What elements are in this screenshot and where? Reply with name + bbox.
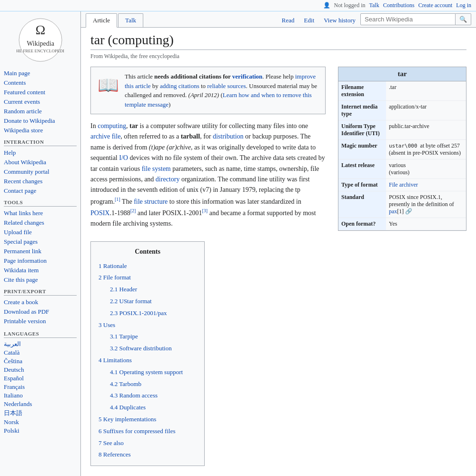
toc-item-4-2: 4.2 Tarbomb (99, 378, 197, 390)
toc-link-suffixes[interactable]: 6 Suffixes for compressed files (99, 427, 176, 435)
tab-read[interactable]: Read (277, 14, 299, 27)
toc-link-rationale[interactable]: 1 Rationale (99, 262, 127, 269)
reliable-sources-link[interactable]: reliable sources (207, 82, 246, 89)
create-account-link[interactable]: Create account (418, 2, 453, 9)
toc-link-software-dist[interactable]: 3.2 Software distribution (110, 345, 172, 352)
infobox-label-open: Open format? (338, 218, 386, 230)
toc-item-4-3: 4.3 Random access (99, 390, 197, 402)
sidebar-item-community[interactable]: Community portal (4, 167, 77, 177)
toc-link-random-access[interactable]: 4.3 Random access (110, 392, 158, 399)
toc-link-tarpipe[interactable]: 3.1 Tarpipe (110, 333, 138, 340)
ref2[interactable]: [2] (130, 208, 136, 213)
sidebar-item-contact[interactable]: Contact page (4, 186, 77, 196)
sidebar-item-download-pdf[interactable]: Download as PDF (4, 307, 77, 317)
posix-link[interactable]: POSIX (90, 209, 109, 216)
infobox-row-standard: Standard POSIX since POSIX.1, presently … (338, 191, 466, 218)
sidebar-item-special-pages[interactable]: Special pages (4, 237, 77, 247)
sidebar-item-recent-changes[interactable]: Recent changes (4, 177, 77, 186)
pax-link[interactable]: pax (389, 208, 397, 215)
article-intro: In computing, tar is a computer software… (90, 121, 326, 229)
adding-citations-link[interactable]: adding citations (160, 82, 199, 89)
infobox-row-mime: Internet media type application/x-tar (338, 101, 466, 120)
lang-arabic[interactable]: العربية (4, 340, 77, 348)
lang-italian[interactable]: Italiano (4, 391, 77, 400)
lang-dutch[interactable]: Nederlands (4, 400, 77, 408)
contributions-link[interactable]: Contributions (383, 2, 415, 9)
search-button[interactable]: 🔍 (456, 13, 471, 25)
lang-catalan[interactable]: Català (4, 348, 77, 357)
log-in-link[interactable]: Log in (456, 2, 471, 9)
toc-item-7: 7 See also (99, 437, 197, 449)
search-input[interactable] (360, 13, 456, 25)
infobox-label-ext: Filename extension (338, 81, 386, 100)
file-archiver-link[interactable]: File archiver (389, 181, 418, 188)
ref1[interactable]: [1] (115, 197, 120, 202)
toc-link-tarbomb[interactable]: 4.2 Tarbomb (110, 380, 141, 387)
directory-link[interactable]: directory (156, 176, 180, 183)
sidebar-item-current-events[interactable]: Current events (4, 97, 77, 107)
tab-edit[interactable]: Edit (299, 14, 319, 27)
infobox-row-type: Type of format File archiver (338, 179, 466, 191)
talk-link[interactable]: Talk (369, 2, 379, 9)
sidebar-item-create-book[interactable]: Create a book (4, 298, 77, 307)
toc-link-file-format[interactable]: 2 File format (99, 274, 131, 281)
toc-link-see-also[interactable]: 7 See also (99, 439, 124, 446)
file-structure-link[interactable]: file structure (134, 198, 168, 205)
not-logged-in: Not logged in (334, 2, 366, 9)
sidebar-item-permanent-link[interactable]: Permanent link (4, 247, 77, 256)
sidebar-item-help[interactable]: Help (4, 148, 77, 158)
toc-link-ustar[interactable]: 2.2 UStar format (110, 298, 152, 305)
sidebar-item-wikidata[interactable]: Wikidata item (4, 266, 77, 275)
sidebar-item-contents[interactable]: Contents (4, 78, 77, 88)
wiki-logo: Ω Wikipedia THE FREE ENCYCLOPEDIA (4, 16, 77, 64)
sidebar-item-page-info[interactable]: Page information (4, 256, 77, 266)
sidebar-item-related-changes[interactable]: Related changes (4, 218, 77, 228)
lang-german[interactable]: Deutsch (4, 366, 77, 374)
lang-french[interactable]: Français (4, 383, 77, 391)
distribution-link[interactable]: distribution (213, 133, 244, 140)
lang-japanese[interactable]: 日本語 (4, 408, 77, 418)
sidebar-item-cite[interactable]: Cite this page (4, 275, 77, 285)
sidebar-item-what-links[interactable]: What links here (4, 208, 77, 218)
infobox-value-standard: POSIX since POSIX.1, presently in the de… (386, 191, 466, 218)
verification-link[interactable]: verification (232, 73, 263, 80)
infobox-label-type: Type of format (338, 179, 386, 191)
article-subtitle: From Wikipedia, the free encyclopedia (90, 53, 466, 60)
toc-link-header[interactable]: 2.1 Header (110, 286, 137, 293)
toc-link-uses[interactable]: 3 Uses (99, 321, 115, 328)
sidebar-item-store[interactable]: Wikipedia store (4, 126, 77, 135)
toc-item-2-2: 2.2 UStar format (99, 296, 197, 307)
lang-norwegian[interactable]: Norsk (4, 418, 77, 426)
lang-czech[interactable]: Čeština (4, 357, 77, 366)
sidebar-item-random-article[interactable]: Random article (4, 107, 77, 116)
toc-link-references[interactable]: 8 References (99, 451, 131, 458)
toc-link-posix[interactable]: 2.3 POSIX.1-2001/pax (110, 309, 167, 317)
infobox-value-magic: ustar\000 at byte offset 257 (absent in … (386, 140, 466, 159)
sidebar-item-printable[interactable]: Printable version (4, 317, 77, 326)
toc-item-3-1: 3.1 Tarpipe (99, 331, 197, 343)
tab-view-history[interactable]: View history (319, 14, 360, 27)
file-system-link[interactable]: file system (142, 165, 171, 172)
sidebar-languages: Languages العربية Català Čeština Deutsch… (4, 331, 77, 435)
ref3[interactable]: [3] (202, 208, 208, 213)
lang-spanish[interactable]: Español (4, 374, 77, 383)
sidebar-item-donate[interactable]: Donate to Wikipedia (4, 116, 77, 126)
lang-polish[interactable]: Polski (4, 426, 77, 435)
toc-link-limitations[interactable]: 4 Limitations (99, 357, 132, 364)
archive-file-link[interactable]: archive file (90, 133, 120, 140)
toc-link-os-support[interactable]: 4.1 Operating system support (110, 368, 183, 376)
sidebar-item-main-page[interactable]: Main page (4, 69, 77, 78)
toc-link-key-impl[interactable]: 5 Key implementations (99, 416, 156, 423)
tab-article[interactable]: Article (86, 13, 117, 28)
computing-link[interactable]: computing (98, 122, 126, 129)
sidebar-item-upload-file[interactable]: Upload file (4, 228, 77, 237)
sidebar-navigation: Main page Contents Featured content Curr… (4, 69, 77, 135)
sidebar-item-featured-content[interactable]: Featured content (4, 88, 77, 97)
infobox-row-open: Open format? Yes (338, 218, 466, 230)
toc-item-4: 4 Limitations (99, 355, 197, 367)
infobox-value-type: File archiver (386, 179, 466, 191)
toc-link-duplicates[interactable]: 4.4 Duplicates (110, 404, 146, 411)
sidebar-item-about[interactable]: About Wikipedia (4, 158, 77, 167)
io-link[interactable]: I/O (119, 154, 128, 161)
tab-talk[interactable]: Talk (118, 13, 143, 27)
